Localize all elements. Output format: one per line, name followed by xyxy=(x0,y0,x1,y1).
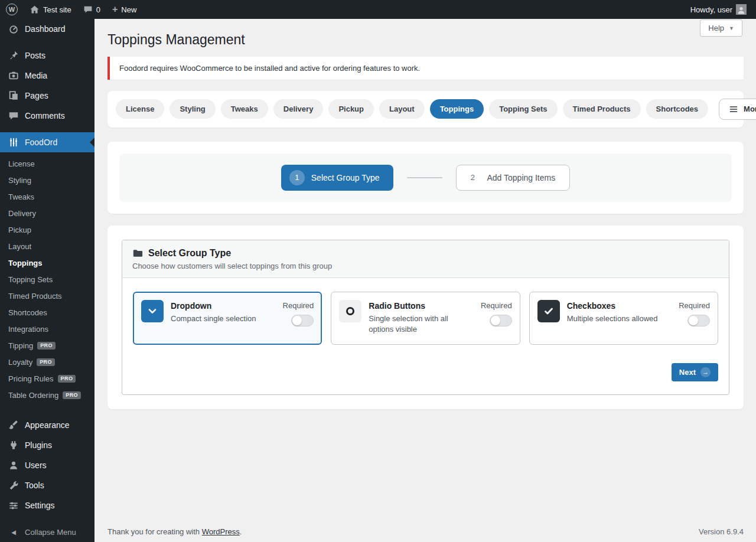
required-toggle-dropdown[interactable] xyxy=(291,315,314,326)
tab-topping-sets[interactable]: Topping Sets xyxy=(489,99,557,119)
more-tabs-button[interactable]: More xyxy=(719,99,756,120)
required-label: Required xyxy=(481,301,512,310)
help-button[interactable]: Help ▼ xyxy=(700,19,742,37)
footer-thanks: Thank you for creating with WordPress. xyxy=(107,527,242,536)
woocommerce-notice: Foodord requires WooCommerce to be insta… xyxy=(107,57,744,80)
group-type-subheading: Choose how customers will select topping… xyxy=(132,262,719,270)
sidebar-item-users[interactable]: Users xyxy=(0,455,94,475)
site-name-link[interactable]: Test site xyxy=(24,0,77,19)
arrow-right-icon: → xyxy=(700,367,711,377)
next-row: Next → xyxy=(122,345,729,394)
sidebar-item-label: Plugins xyxy=(25,440,52,450)
step-2-number: 2 xyxy=(465,170,480,185)
new-content-link[interactable]: + New xyxy=(106,0,142,19)
submenu-item-topping-sets[interactable]: Topping Sets xyxy=(0,271,94,288)
sidebar-item-label: Dashboard xyxy=(25,24,66,34)
submenu-item-integrations[interactable]: Integrations xyxy=(0,321,94,337)
pro-badge: PRO xyxy=(58,375,76,383)
sidebar-item-pages[interactable]: Pages xyxy=(0,86,94,106)
collapse-menu-button[interactable]: ◀ Collapse Menu xyxy=(0,522,94,542)
submenu-item-delivery[interactable]: Delivery xyxy=(0,205,94,221)
sidebar-item-label: Media xyxy=(25,71,47,80)
tab-tweaks[interactable]: Tweaks xyxy=(221,99,268,119)
tab-license[interactable]: License xyxy=(116,99,164,119)
submenu-item-license[interactable]: License xyxy=(0,155,94,172)
step-2-add-topping-items[interactable]: 2 Add Topping Items xyxy=(456,165,570,191)
tab-toppings[interactable]: Toppings xyxy=(430,99,484,119)
stepper-card: 1 Select Group Type 2 Add Topping Items xyxy=(107,142,744,214)
sidebar-item-appearance[interactable]: Appearance xyxy=(0,415,94,435)
tab-delivery[interactable]: Delivery xyxy=(273,99,324,119)
submenu-item-tipping[interactable]: Tipping PRO xyxy=(0,337,94,354)
step-connector xyxy=(407,177,442,178)
sidebar-item-label: Pages xyxy=(25,91,48,100)
checkmark-icon xyxy=(537,300,560,322)
submenu-item-layout[interactable]: Layout xyxy=(0,238,94,254)
step-1-label: Select Group Type xyxy=(311,173,380,182)
submenu-item-table-ordering[interactable]: Table Ordering PRO xyxy=(0,387,94,403)
required-label: Required xyxy=(283,301,314,310)
pro-badge: PRO xyxy=(37,358,55,366)
required-toggle-radio-buttons[interactable] xyxy=(490,315,512,326)
tab-pickup[interactable]: Pickup xyxy=(328,99,374,119)
camera-icon xyxy=(8,70,19,81)
next-button[interactable]: Next → xyxy=(672,363,718,381)
required-toggle-checkboxes[interactable] xyxy=(687,315,710,326)
sidebar-item-tools[interactable]: Tools xyxy=(0,475,94,495)
toggle-knob xyxy=(292,316,302,325)
submenu-item-toppings[interactable]: Toppings xyxy=(0,254,94,271)
sidebar-item-label: Appearance xyxy=(25,420,70,430)
submenu-item-tweaks[interactable]: Tweaks xyxy=(0,188,94,205)
tab-timed-products[interactable]: Timed Products xyxy=(563,99,641,119)
group-type-options: Dropdown Compact single selection Requir… xyxy=(122,278,729,345)
comments-link[interactable]: 0 xyxy=(77,0,106,19)
step-2-label: Add Topping Items xyxy=(487,173,555,182)
toggle-knob xyxy=(689,316,698,325)
help-label: Help xyxy=(708,24,724,32)
sidebar-item-comments[interactable]: Comments xyxy=(0,106,94,126)
sidebar-item-foodord[interactable]: FoodOrd xyxy=(0,132,94,152)
new-label: New xyxy=(121,5,136,14)
tab-shortcodes[interactable]: Shortcodes xyxy=(646,99,709,119)
option-card-dropdown[interactable]: Dropdown Compact single selection Requir… xyxy=(133,292,322,345)
tab-styling[interactable]: Styling xyxy=(170,99,215,119)
submenu-item-styling[interactable]: Styling xyxy=(0,172,94,188)
option-card-checkboxes[interactable]: Checkboxes Multiple selections allowed R… xyxy=(529,292,718,345)
sidebar-item-media[interactable]: Media xyxy=(0,66,94,86)
comment-bubble-icon xyxy=(83,5,93,14)
pro-badge: PRO xyxy=(63,391,81,399)
sidebar-item-label: Comments xyxy=(25,111,65,120)
version-label: Version 6.9.4 xyxy=(699,527,744,536)
sidebar-item-posts[interactable]: Posts xyxy=(0,45,94,66)
submenu-item-pickup[interactable]: Pickup xyxy=(0,221,94,238)
step-1-select-group-type[interactable]: 1 Select Group Type xyxy=(281,165,394,191)
menu-separator xyxy=(0,126,94,132)
comments-count: 0 xyxy=(96,5,100,14)
wordpress-menu[interactable]: W xyxy=(0,0,24,19)
sidebar-item-plugins[interactable]: Plugins xyxy=(0,435,94,455)
my-account-link[interactable]: Howdy, user xyxy=(685,0,752,19)
submenu-item-timed-products[interactable]: Timed Products xyxy=(0,288,94,304)
main-content: Help ▼ Toppings Management Foodord requi… xyxy=(94,19,756,542)
wordpress-link[interactable]: WordPress xyxy=(202,527,240,536)
tab-layout[interactable]: Layout xyxy=(379,99,425,119)
submenu-item-pricing-rules[interactable]: Pricing Rules PRO xyxy=(0,370,94,387)
wordpress-logo-icon: W xyxy=(6,4,18,15)
site-name-label: Test site xyxy=(43,5,71,14)
sidebar-item-dashboard[interactable]: Dashboard xyxy=(0,19,94,39)
radio-circle-icon xyxy=(339,300,361,322)
required-label: Required xyxy=(679,301,710,310)
pages-icon xyxy=(8,90,19,102)
submenu-item-shortcodes[interactable]: Shortcodes xyxy=(0,304,94,321)
menu-separator xyxy=(0,409,94,415)
sidebar: Dashboard Posts Media Pages Comments Foo… xyxy=(0,19,94,542)
wrench-icon xyxy=(8,479,19,491)
sidebar-item-label: Tools xyxy=(25,481,44,490)
sidebar-item-settings[interactable]: Settings xyxy=(0,495,94,515)
brush-icon xyxy=(8,419,19,431)
submenu-item-loyalty[interactable]: Loyalty PRO xyxy=(0,354,94,370)
avatar xyxy=(736,4,747,15)
collapse-menu-label: Collapse Menu xyxy=(25,528,76,537)
hamburger-icon xyxy=(729,105,738,114)
option-card-radio-buttons[interactable]: Radio Buttons Single selection with all … xyxy=(331,292,520,345)
